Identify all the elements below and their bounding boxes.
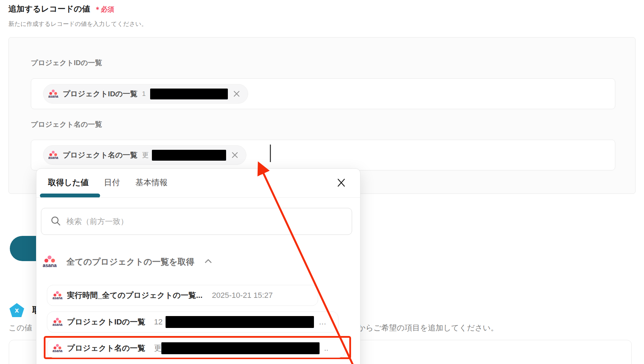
- list-item-project-ids[interactable]: asana プロジェクトIDの一覧 12 …: [47, 312, 338, 332]
- field-label-project-names: プロジェクト名の一覧: [31, 120, 102, 129]
- redacted-value: [152, 150, 226, 161]
- page-title-text: 追加するレコードの値: [8, 4, 90, 13]
- tab-basic-info[interactable]: 基本情報: [135, 177, 168, 188]
- list-item-project-names[interactable]: asana プロジェクト名の一覧 更 ..: [47, 339, 345, 358]
- popup-tabs: 取得した値 日付 基本情報: [48, 177, 168, 188]
- search-input[interactable]: [66, 217, 312, 226]
- asana-logo-icon: asana: [43, 255, 57, 268]
- asana-logo-icon: asana: [48, 151, 58, 160]
- redacted-value: [166, 316, 314, 328]
- pentagon-x-icon: x: [9, 303, 24, 317]
- note-text-left: この値: [9, 323, 32, 333]
- note-text-right: からご希望の項目を追加してください。: [358, 323, 498, 333]
- asana-logo-icon: asana: [48, 90, 58, 98]
- page-title: 追加するレコードの値＊必須: [8, 4, 114, 14]
- asana-logo-icon: asana: [52, 291, 62, 300]
- tabs-divider: [36, 197, 360, 198]
- tab-date[interactable]: 日付: [104, 177, 120, 188]
- text-cursor: [270, 145, 271, 162]
- page-subtitle: 新たに作成するレコードの値を入力してください。: [8, 20, 147, 28]
- chevron-up-icon[interactable]: [204, 258, 212, 266]
- asana-logo-icon: asana: [52, 318, 62, 327]
- chip-remove-icon[interactable]: [232, 90, 241, 98]
- list-item-execution-time[interactable]: asana 実行時間_全てのプロジェクトの一覧... 2025-10-21 15…: [47, 285, 318, 306]
- redacted-value: [150, 89, 228, 99]
- close-icon[interactable]: [336, 177, 347, 190]
- redacted-value: [161, 342, 320, 354]
- search-icon: [50, 216, 61, 227]
- chip-remove-icon[interactable]: [231, 151, 239, 159]
- required-badge: ＊必須: [94, 6, 114, 13]
- value-picker-popup: 取得した値 日付 基本情報 asana 全てのプロジェクトの一覧を取得 asan…: [36, 168, 360, 364]
- search-box[interactable]: [41, 208, 352, 235]
- field-project-ids[interactable]: asana プロジェクトIDの一覧 1: [31, 78, 615, 109]
- section-header-all-projects[interactable]: asana 全てのプロジェクトの一覧を取得: [43, 255, 212, 268]
- asana-logo-icon: asana: [52, 344, 62, 353]
- value-chip-project-ids[interactable]: asana プロジェクトIDの一覧 1: [43, 84, 248, 104]
- tab-retrieved-values[interactable]: 取得した値: [48, 177, 89, 188]
- field-label-project-ids: プロジェクトIDの一覧: [31, 58, 102, 68]
- value-chip-project-names[interactable]: asana プロジェクト名の一覧 更: [43, 145, 246, 165]
- field-project-names[interactable]: asana プロジェクト名の一覧 更: [31, 140, 615, 170]
